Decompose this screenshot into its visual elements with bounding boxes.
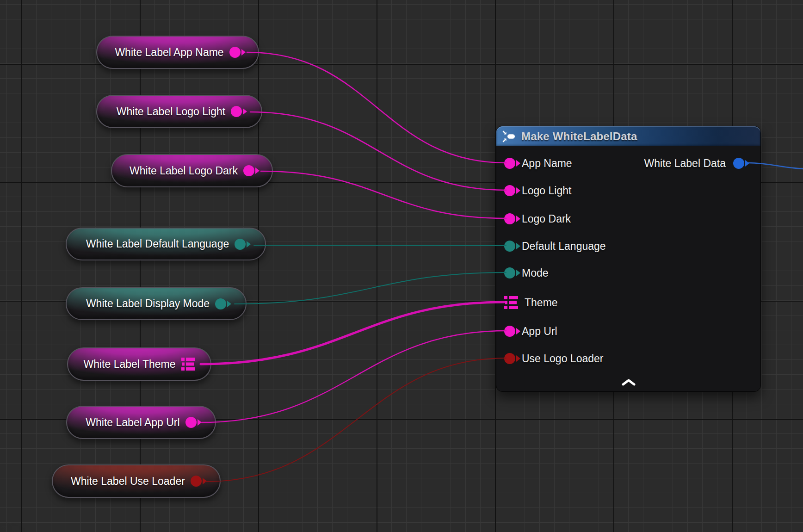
pin-label: Use Logo Loader xyxy=(522,353,603,365)
pin-label: Logo Light xyxy=(522,185,571,197)
input-pin-app-url[interactable] xyxy=(504,326,515,337)
enum-pin[interactable] xyxy=(215,298,226,309)
pin-label: App Url xyxy=(522,325,557,338)
struct-pin-icon[interactable] xyxy=(181,358,195,371)
variable-label: White Label Logo Light xyxy=(117,105,225,118)
wire-logo-dark[interactable] xyxy=(261,171,506,218)
pin-label: White Label Data xyxy=(644,157,726,170)
output-pin-white-label-data[interactable] xyxy=(733,158,744,169)
node-title: Make WhiteLabelData xyxy=(521,130,637,143)
make-whitelabeldata-node[interactable]: Make WhiteLabelData App Name Logo Light … xyxy=(496,126,761,392)
input-pin-use-logo-loader[interactable] xyxy=(504,353,515,364)
collapse-node-button[interactable] xyxy=(618,377,639,389)
blueprint-graph-canvas[interactable]: White Label App Name White Label Logo Li… xyxy=(0,0,803,532)
boolean-pin[interactable] xyxy=(191,476,202,487)
variable-node-white-label-logo-light[interactable]: White Label Logo Light xyxy=(96,95,262,128)
variable-label: White Label Theme xyxy=(83,358,175,371)
node-header[interactable]: Make WhiteLabelData xyxy=(496,126,760,146)
string-pin[interactable] xyxy=(185,417,197,428)
pin-label: Default Language xyxy=(522,240,606,253)
variable-node-white-label-app-url[interactable]: White Label App Url xyxy=(66,406,216,439)
wire-app-name[interactable] xyxy=(247,52,506,163)
input-pin-logo-light[interactable] xyxy=(504,185,515,196)
variable-label: White Label App Name xyxy=(115,46,223,59)
variable-label: White Label Default Language xyxy=(86,238,229,250)
variable-node-white-label-logo-dark[interactable]: White Label Logo Dark xyxy=(111,154,273,187)
input-pin-mode[interactable] xyxy=(504,267,515,278)
wire-theme[interactable] xyxy=(201,302,504,364)
pin-label: Logo Dark xyxy=(522,213,571,225)
variable-node-white-label-default-language[interactable]: White Label Default Language xyxy=(66,228,266,260)
input-pin-default-language[interactable] xyxy=(504,241,515,252)
variable-label: White Label Display Mode xyxy=(86,297,210,310)
wire-use-loader[interactable] xyxy=(206,358,506,482)
string-pin[interactable] xyxy=(231,106,242,117)
enum-pin[interactable] xyxy=(235,239,246,250)
wire-display-mode[interactable] xyxy=(235,272,506,304)
chevron-up-icon xyxy=(621,378,636,387)
wire-logo-light[interactable] xyxy=(250,112,506,190)
make-struct-icon xyxy=(502,130,516,142)
pin-label: Theme xyxy=(525,297,558,309)
string-pin[interactable] xyxy=(229,47,241,58)
variable-label: White Label Logo Dark xyxy=(130,165,238,177)
wire-default-language[interactable] xyxy=(254,245,506,246)
variable-label: White Label App Url xyxy=(86,416,179,429)
wire-app-url[interactable] xyxy=(202,331,506,422)
string-pin[interactable] xyxy=(243,165,254,176)
variable-node-white-label-display-mode[interactable]: White Label Display Mode xyxy=(66,287,247,320)
variable-node-white-label-theme[interactable]: White Label Theme xyxy=(67,347,211,381)
variable-node-white-label-app-name[interactable]: White Label App Name xyxy=(96,36,259,69)
input-pin-logo-dark[interactable] xyxy=(504,213,515,224)
input-pin-theme-struct-icon[interactable] xyxy=(504,296,518,309)
variable-node-white-label-use-loader[interactable]: White Label Use Loader xyxy=(52,464,221,498)
pin-label: Mode xyxy=(522,267,549,279)
variable-label: White Label Use Loader xyxy=(71,475,185,488)
